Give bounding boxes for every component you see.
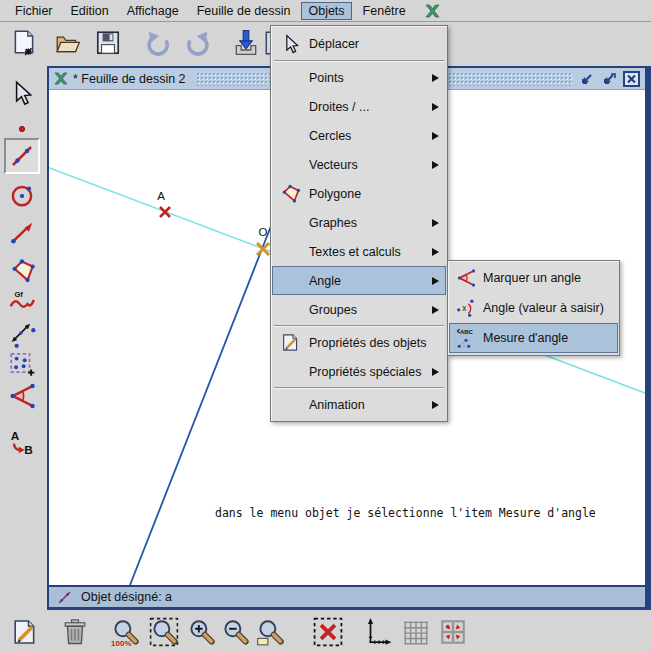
pointer-tool-icon[interactable] <box>7 78 37 108</box>
objets-menu: Déplacer Points Droites / ... Cercles Ve… <box>270 25 448 422</box>
submenu-arrow-icon <box>432 103 439 111</box>
point-O-label: O <box>259 226 268 238</box>
angle-value-icon: x <box>449 298 483 318</box>
edit-properties-icon <box>272 332 309 353</box>
submenu-item-mesure-d-angle[interactable]: ABC Mesure d'angle <box>449 323 618 353</box>
rename-b-label: B <box>24 443 33 456</box>
left-toolbar: Gf A B <box>0 66 47 610</box>
menu-item-proprietes-speciales[interactable]: Propriétés spéciales <box>272 357 446 386</box>
submenu-arrow-icon <box>432 132 439 140</box>
window-logo-icon <box>54 72 68 85</box>
angle-submenu: Marquer un angle x Angle (valeur à saisi… <box>447 260 620 356</box>
zoom-selection-icon[interactable] <box>149 617 179 647</box>
menu-item-proprietes-des-objets[interactable]: Propriétés des objets <box>272 328 446 357</box>
zoom-out-icon[interactable] <box>220 617 250 647</box>
window-title: * Feuille de dessin 2 <box>73 72 186 86</box>
menu-item-polygone[interactable]: Polygone <box>272 179 446 208</box>
point-A-marker[interactable] <box>160 207 170 217</box>
angle-tool-icon[interactable] <box>7 381 37 411</box>
axes-icon[interactable] <box>363 617 393 647</box>
curve-gf-label: Gf <box>14 290 23 299</box>
menu-affichage[interactable]: Affichage <box>120 2 186 20</box>
menu-separator <box>274 387 444 389</box>
function-curve-tool-icon[interactable]: Gf <box>7 287 37 317</box>
close-window-button[interactable] <box>623 71 640 87</box>
line-blue[interactable] <box>130 226 271 585</box>
menu-feuille-de-dessin[interactable]: Feuille de dessin <box>190 2 298 20</box>
svg-text:100%: 100% <box>111 639 132 647</box>
menu-item-cercles[interactable]: Cercles <box>272 121 446 150</box>
grid-icon[interactable] <box>401 617 431 647</box>
svg-text:ABC: ABC <box>460 329 474 335</box>
bottom-toolbar: 100% <box>0 613 651 651</box>
point-A-label: A <box>157 190 165 202</box>
center-view-icon[interactable] <box>438 617 468 647</box>
circle-tool-icon[interactable] <box>7 180 37 210</box>
open-file-icon[interactable] <box>54 28 82 60</box>
submenu-arrow-icon <box>432 161 439 169</box>
zoom-100-icon[interactable]: 100% <box>110 617 140 647</box>
menu-item-graphes[interactable]: Graphes <box>272 208 446 237</box>
menu-item-deplacer[interactable]: Déplacer <box>272 28 446 59</box>
import-figure-icon[interactable] <box>232 28 260 60</box>
iconify-window-button[interactable] <box>579 71 596 87</box>
undo-icon[interactable] <box>144 28 172 60</box>
app-logo-icon <box>425 4 440 18</box>
menu-fichier[interactable]: Fichier <box>8 2 60 20</box>
menu-edition[interactable]: Edition <box>64 2 116 20</box>
mark-angle-icon <box>449 268 483 288</box>
menu-item-animation[interactable]: Animation <box>272 390 446 419</box>
measure-angle-icon: ABC <box>449 327 483 349</box>
distance-measure-tool-icon[interactable] <box>7 319 37 349</box>
cursor-icon <box>272 34 309 54</box>
submenu-arrow-icon <box>432 277 439 285</box>
submenu-item-angle-valeur-a-saisir[interactable]: x Angle (valeur à saisir) <box>449 293 618 323</box>
hide-selection-icon[interactable] <box>313 617 343 647</box>
edit-properties-icon[interactable] <box>10 617 40 647</box>
menu-item-points[interactable]: Points <box>272 63 446 92</box>
menu-item-vecteurs[interactable]: Vecteurs <box>272 150 446 179</box>
trash-icon[interactable] <box>60 617 90 647</box>
statusbar-segment-icon <box>56 589 73 606</box>
submenu-arrow-icon <box>432 74 439 82</box>
restore-window-button[interactable] <box>601 71 618 87</box>
selection-box-tool-icon[interactable] <box>7 349 37 379</box>
segment-tool-icon[interactable] <box>4 138 40 174</box>
submenu-item-marquer-un-angle[interactable]: Marquer un angle <box>449 263 618 293</box>
statusbar: Objet désigné: a <box>49 585 645 607</box>
canvas-note-text: dans le menu objet je sélectionne l'item… <box>215 506 596 520</box>
redo-icon[interactable] <box>184 28 212 60</box>
vector-tool-icon[interactable] <box>7 217 37 247</box>
menu-separator <box>274 60 444 62</box>
menu-item-droites[interactable]: Droites / ... <box>272 92 446 121</box>
zoom-in-icon[interactable] <box>186 617 216 647</box>
menu-separator <box>274 325 444 327</box>
menu-item-textes-et-calculs[interactable]: Textes et calculs <box>272 237 446 266</box>
menu-item-groupes[interactable]: Groupes <box>272 295 446 324</box>
submenu-arrow-icon <box>432 368 439 376</box>
save-file-icon[interactable] <box>94 28 122 60</box>
new-document-icon[interactable] <box>10 28 38 60</box>
polygon-icon <box>272 183 309 204</box>
rename-label-tool-icon[interactable]: A B <box>7 427 37 457</box>
submenu-arrow-icon <box>432 401 439 409</box>
menubar: Fichier Edition Affichage Feuille de des… <box>0 0 651 22</box>
statusbar-text: Objet désigné: a <box>81 590 172 604</box>
menu-objets[interactable]: Objets <box>301 2 351 20</box>
zoom-window-icon[interactable] <box>255 617 285 647</box>
submenu-arrow-icon <box>432 306 439 314</box>
rename-a-label: A <box>11 429 20 443</box>
polygon-tool-icon[interactable] <box>7 255 37 285</box>
svg-text:x: x <box>462 304 466 313</box>
submenu-arrow-icon <box>432 248 439 256</box>
menu-item-angle[interactable]: Angle <box>272 266 446 295</box>
menu-fenetre[interactable]: Fenêtre <box>356 2 413 20</box>
submenu-arrow-icon <box>432 219 439 227</box>
